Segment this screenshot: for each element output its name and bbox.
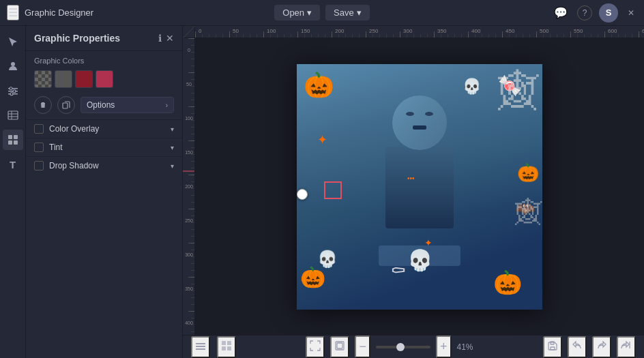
- frame-icon[interactable]: [330, 336, 349, 358]
- svg-rect-52: [196, 348, 205, 350]
- svg-rect-13: [8, 140, 12, 145]
- bottom-left: [191, 336, 236, 358]
- svg-rect-55: [222, 346, 226, 350]
- svg-text:400: 400: [471, 28, 481, 34]
- svg-line-16: [183, 26, 195, 38]
- swatch-red[interactable]: [75, 70, 93, 88]
- table-icon[interactable]: [3, 105, 23, 125]
- svg-rect-51: [196, 346, 205, 347]
- drop-shadow-label: Drop Shadow: [49, 161, 171, 170]
- text-icon[interactable]: T: [3, 154, 23, 175]
- save-button[interactable]: Save ▾: [325, 5, 370, 20]
- grid-bottom-icon[interactable]: [217, 336, 236, 358]
- svg-point-4: [10, 87, 12, 90]
- person-icon[interactable]: [3, 56, 23, 76]
- coffin-icon: ⚰: [390, 260, 407, 282]
- svg-text:550: 550: [574, 28, 583, 34]
- canvas-image: 🎃 🍬 🕸 💀 ✦: [297, 64, 542, 310]
- props-header-icons: ℹ ✕: [158, 33, 174, 44]
- open-button[interactable]: Open ▾: [274, 5, 320, 20]
- drop-shadow-row[interactable]: Drop Shadow ▾: [26, 156, 182, 175]
- topbar-center: Open ▾ Save ▾: [274, 5, 369, 20]
- copy-icon[interactable]: [57, 96, 75, 114]
- cursor-icon[interactable]: [3, 31, 23, 52]
- fit-icon[interactable]: [306, 336, 325, 358]
- topbar-left: ☰ Graphic Designer: [7, 5, 274, 20]
- svg-text:50: 50: [233, 28, 239, 34]
- svg-rect-56: [227, 346, 231, 350]
- options-row: Options ›: [26, 93, 182, 119]
- swatch-transparent[interactable]: [34, 70, 52, 88]
- tint-row[interactable]: Tint ▾: [26, 138, 182, 156]
- undo-icon[interactable]: [568, 336, 587, 358]
- svg-text:400: 400: [185, 320, 193, 325]
- svg-rect-58: [337, 343, 342, 348]
- zoom-in-icon[interactable]: +: [436, 335, 452, 358]
- ruler-area: 0 50 100 150 200 250 300 350 400 450 500…: [183, 26, 644, 38]
- pumpkin-bottom-right: 🎃: [493, 269, 522, 296]
- avatar[interactable]: S: [599, 3, 618, 23]
- svg-rect-54: [227, 341, 231, 345]
- help-icon[interactable]: ?: [577, 5, 592, 20]
- comment-icon[interactable]: 💬: [551, 3, 570, 22]
- layers-bottom-icon[interactable]: [191, 336, 210, 358]
- svg-rect-60: [551, 342, 554, 344]
- svg-text:300: 300: [403, 28, 413, 34]
- info-icon[interactable]: ℹ: [158, 33, 162, 44]
- topbar-right: 💬 ? S ✕: [370, 3, 637, 23]
- options-select[interactable]: Options ›: [80, 97, 174, 113]
- props-header: Graphic Properties ℹ ✕: [26, 26, 182, 51]
- redo2-icon[interactable]: [617, 336, 636, 358]
- canvas-area: 0 50 100 150 200 250 300 350 400 450 500…: [183, 26, 644, 358]
- bottom-bar: − + 41%: [183, 335, 644, 358]
- svg-text:250: 250: [369, 28, 379, 34]
- svg-rect-14: [14, 140, 18, 145]
- chevron-down-tint: ▾: [171, 144, 174, 151]
- svg-rect-12: [14, 135, 18, 139]
- tint-label: Tint: [49, 143, 171, 152]
- tint-checkbox[interactable]: [34, 143, 44, 152]
- topbar: ☰ Graphic Designer Open ▾ Save ▾ 💬 ? S ✕: [0, 0, 644, 26]
- pumpkin-bottom-left: 🎃: [300, 265, 325, 289]
- svg-text:0: 0: [188, 48, 190, 53]
- drop-shadow-checkbox[interactable]: [34, 161, 44, 170]
- svg-text:350: 350: [437, 28, 447, 34]
- svg-text:100: 100: [267, 28, 276, 34]
- skull-bottom-left: 💀: [317, 250, 338, 269]
- app-title: Graphic Designer: [25, 8, 93, 18]
- adjust-icon[interactable]: [3, 80, 23, 101]
- selection-handle[interactable]: [297, 189, 308, 200]
- chevron-down-drop-shadow: ▾: [171, 162, 174, 170]
- spiderweb-bottom-right: 🕸: [515, 197, 542, 228]
- spiderweb-icon: 🕸: [498, 68, 539, 115]
- skull-bottom-center: 💀: [407, 248, 433, 272]
- bottom-right: [543, 336, 636, 358]
- zoom-slider[interactable]: [376, 346, 430, 348]
- zoom-percent: 41%: [457, 342, 473, 352]
- swatch-pink[interactable]: [96, 70, 113, 88]
- window-controls-icon[interactable]: ✕: [625, 5, 637, 20]
- main: T Graphic Properties ℹ ✕ Graphic Colors: [0, 26, 644, 358]
- menu-icon[interactable]: ☰: [7, 5, 19, 20]
- save-history-icon[interactable]: [543, 336, 562, 358]
- star-mid: •••: [407, 175, 415, 182]
- close-props-icon[interactable]: ✕: [166, 33, 174, 44]
- svg-rect-53: [222, 341, 226, 345]
- svg-rect-11: [8, 135, 12, 139]
- icon-sidebar: T: [0, 26, 26, 358]
- redo-icon[interactable]: [592, 336, 611, 358]
- swatch-dark[interactable]: [55, 70, 72, 88]
- svg-text:100: 100: [185, 116, 193, 121]
- svg-text:350: 350: [185, 286, 193, 291]
- zoom-out-icon[interactable]: −: [355, 335, 370, 358]
- chevron-right-icon: ›: [166, 102, 168, 109]
- colors-section-label: Graphic Colors: [26, 51, 182, 68]
- zoom-thumb[interactable]: [396, 343, 405, 351]
- color-overlay-checkbox[interactable]: [34, 124, 44, 134]
- selection-indicator: [324, 181, 342, 199]
- props-panel: Graphic Properties ℹ ✕ Graphic Colors Op…: [26, 26, 183, 358]
- star-bottom: ✦: [424, 237, 433, 248]
- delete-icon[interactable]: [34, 96, 52, 114]
- grid-icon[interactable]: [3, 130, 23, 150]
- color-overlay-row[interactable]: Color Overlay ▾: [26, 119, 182, 138]
